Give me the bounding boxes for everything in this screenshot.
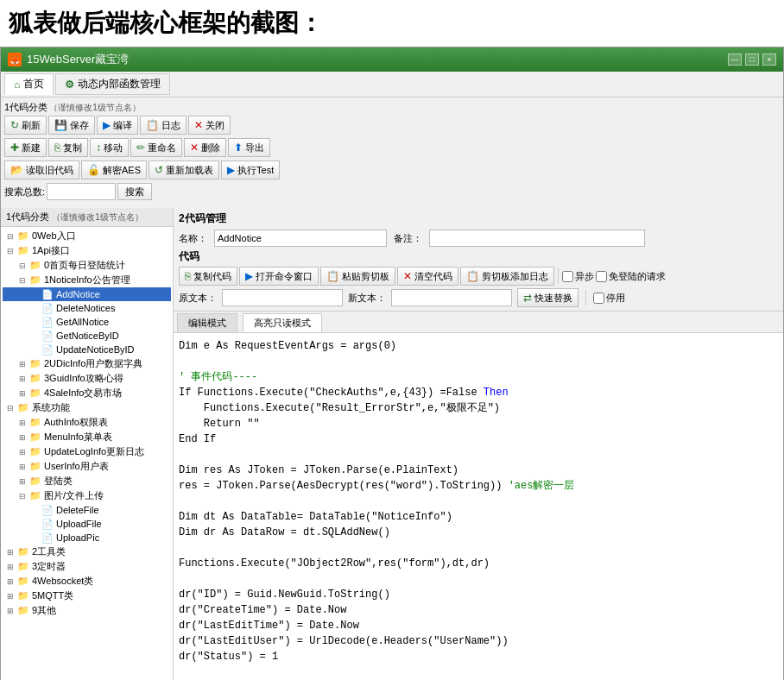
tree-item[interactable]: ⊞📁登陆类 (3, 474, 171, 488)
minimize-button[interactable]: — (728, 54, 742, 66)
delete-button[interactable]: ✕删除 (184, 138, 226, 157)
tab-dynamic-functions[interactable]: ⚙ 动态内部函数管理 (55, 73, 170, 95)
tree-item[interactable]: ⊞📁5MQTT类 (3, 589, 171, 603)
code-line: dr("Status") = 1 (179, 649, 778, 664)
move-button[interactable]: ↕移动 (90, 138, 129, 157)
code-line: Functions.Execute("JObject2Row",res("for… (179, 556, 778, 571)
code-editor[interactable]: Dim e As RequestEventArgs = args(0) ' 事件… (174, 333, 783, 680)
clipboard-log-button[interactable]: 📋 剪切板添加日志 (460, 267, 554, 286)
close-btn[interactable]: ✕关闭 (188, 116, 231, 135)
new-button[interactable]: ✚新建 (4, 138, 47, 157)
tab-readonly-mode[interactable]: 高亮只读模式 (243, 313, 322, 332)
tree-item[interactable]: ⊟📁图片/文件上传 (3, 488, 171, 503)
tab-home[interactable]: ⌂ 首页 (4, 73, 54, 95)
clipboard-log-icon: 📋 (466, 270, 479, 282)
close-button[interactable]: × (762, 54, 776, 66)
tree-header: 1代码分类 （谨慎修改1级节点名） (1, 208, 173, 227)
async-checkbox-label[interactable]: 异步 (562, 270, 594, 283)
tree-item[interactable]: ⊟📁0Web入口 (3, 229, 171, 243)
copy-code-button[interactable]: ⎘ 复制代码 (179, 267, 237, 286)
tree-item[interactable]: ⊟📁1Api接口 (3, 243, 171, 258)
reload-icon: ↺ (155, 164, 163, 176)
code-line: Functions.Execute("Result_ErrorStr",e,"极… (179, 400, 778, 416)
save-button[interactable]: 💾保存 (48, 116, 95, 135)
maximize-button[interactable]: □ (745, 54, 759, 66)
panel1-label: 1代码分类 (4, 101, 47, 114)
decrypt-icon: 🔓 (87, 164, 100, 176)
code-line (179, 494, 778, 509)
log-button[interactable]: 📋日志 (140, 116, 187, 135)
right-panel: 2代码管理 名称： 备注： 代码 ⎘ 复制代码 ▶ 打开命令窗口 (174, 208, 783, 680)
export-button[interactable]: ⬆导出 (228, 138, 270, 157)
tree-item[interactable]: 📄GetAllNotice (3, 315, 171, 329)
tab-edit-mode[interactable]: 编辑模式 (177, 313, 237, 332)
reload-table-button[interactable]: ↺重新加载表 (149, 161, 219, 179)
window-title: 15WebServer藏宝湾 (27, 52, 129, 67)
tree-item[interactable]: ⊞📁3定时器 (3, 559, 171, 574)
clear-code-button[interactable]: ✕ 清空代码 (397, 267, 458, 286)
name-label: 名称： (179, 232, 207, 245)
title-bar: 🦊 15WebServer藏宝湾 — □ × (1, 47, 783, 72)
tree-item[interactable]: ⊞📁4Websocket类 (3, 574, 171, 589)
open-cmd-button[interactable]: ▶ 打开命令窗口 (239, 267, 319, 286)
no-login-checkbox[interactable] (596, 271, 607, 282)
search-count-label: 搜索总数: (4, 186, 45, 198)
name-field[interactable] (214, 230, 387, 247)
refresh-button[interactable]: ↻刷新 (4, 116, 47, 135)
tree-item[interactable]: ⊞📁AuthInfo权限表 (3, 415, 171, 430)
copy-code-icon: ⎘ (185, 270, 191, 282)
tree-area[interactable]: ⊟📁0Web入口 ⊟📁1Api接口 ⊟📁0首页每日登陆统计 ⊟📁1NoticeI… (1, 227, 173, 680)
search-button[interactable]: 搜索 (117, 183, 152, 200)
code-line: ' 事件代码---- (179, 369, 778, 385)
cmd-icon: ▶ (245, 270, 253, 282)
quick-replace-icon: ⇄ (523, 292, 532, 304)
search-input[interactable] (47, 183, 116, 200)
tree-item[interactable]: 📄DeleteNotices (3, 301, 171, 315)
tree-item[interactable]: ⊞📁2UDicInfo用户数据字典 (3, 356, 171, 371)
original-text-input[interactable] (222, 289, 343, 306)
tree-item[interactable]: ⊞📁9其他 (3, 603, 171, 618)
app-icon: 🦊 (8, 53, 22, 66)
tree-item[interactable]: ⊟📁1NoticeInfo公告管理 (3, 273, 171, 287)
disable-checkbox-label[interactable]: 停用 (593, 292, 625, 305)
paste-clipboard-button[interactable]: 📋 粘贴剪切板 (320, 267, 395, 286)
rename-button[interactable]: ✏重命名 (130, 138, 182, 157)
tree-item-addnotice[interactable]: 📄AddNotice (3, 287, 171, 301)
tree-item[interactable]: 📄GetNoticeByID (3, 329, 171, 343)
load-old-code-button[interactable]: 📂读取旧代码 (4, 161, 79, 179)
tree-item[interactable]: 📄UploadPic (3, 531, 171, 545)
no-login-checkbox-label[interactable]: 免登陆的请求 (596, 270, 666, 283)
tree-item[interactable]: ⊞📁UserInfo用户表 (3, 459, 171, 474)
log-icon: 📋 (146, 119, 159, 131)
tree-item[interactable]: ⊞📁2工具类 (3, 545, 171, 559)
rename-icon: ✏ (136, 142, 145, 154)
run-test-button[interactable]: ▶执行Test (221, 161, 280, 179)
new-icon: ✚ (10, 142, 19, 154)
code-line: End If (179, 431, 778, 447)
new-text-input[interactable] (391, 289, 512, 306)
tree-item[interactable]: 📄UpdateNoticeByID (3, 343, 171, 356)
tree-item[interactable]: 📄UploadFile (3, 517, 171, 531)
tree-item[interactable]: ⊞📁UpdateLogInfo更新日志 (3, 444, 171, 459)
decrypt-aes-button[interactable]: 🔓解密AES (81, 161, 147, 179)
tree-item[interactable]: ⊟📁系统功能 (3, 400, 171, 415)
tree-item[interactable]: ⊞📁MenuInfo菜单表 (3, 430, 171, 444)
code-line (179, 354, 778, 369)
remark-field[interactable] (429, 230, 645, 247)
tree-item[interactable]: ⊞📁3GuidInfo攻略心得 (3, 371, 171, 386)
async-checkbox[interactable] (562, 271, 573, 282)
disable-checkbox[interactable] (593, 293, 604, 304)
original-text-label: 原文本： (179, 292, 217, 305)
panel2-title: 2代码管理 (179, 211, 778, 226)
tree-item[interactable]: ⊟📁0首页每日登陆统计 (3, 258, 171, 273)
tree-item[interactable]: ⊞📁4SaleInfo交易市场 (3, 386, 171, 400)
run-icon: ▶ (227, 164, 235, 176)
compile-button[interactable]: ▶编译 (97, 116, 138, 135)
code-line: Dim res As JToken = JToken.Parse(e.Plain… (179, 463, 778, 478)
copy-button[interactable]: ⎘复制 (48, 138, 88, 157)
dynamic-icon: ⚙ (65, 79, 74, 91)
code-line: dr("LastEditTime") = Date.Now (179, 618, 778, 633)
tree-item[interactable]: 📄DeleteFile (3, 503, 171, 517)
page-title: 狐表做后端核心框架的截图： (0, 0, 784, 47)
quick-replace-button[interactable]: ⇄ 快速替换 (517, 288, 579, 307)
